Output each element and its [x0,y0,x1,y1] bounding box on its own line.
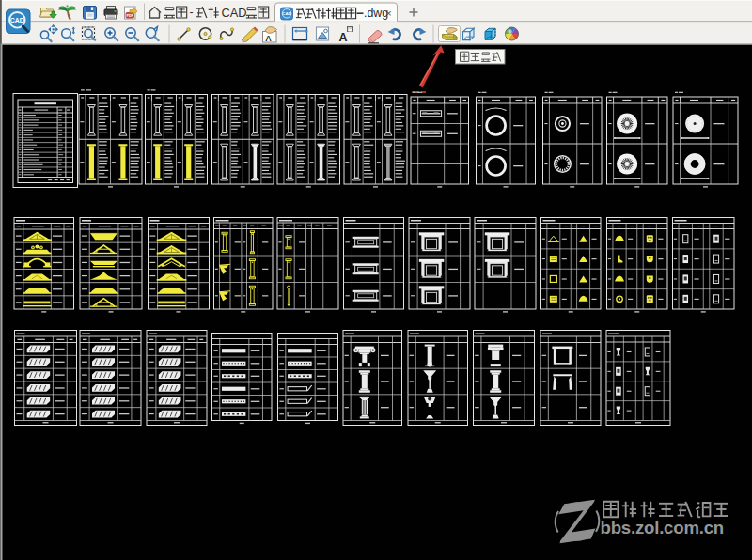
svg-text:bbs.zol.com.cn: bbs.zol.com.cn [601,518,725,537]
svg-text:A: A [338,31,347,44]
svg-text:A: A [265,34,272,43]
svg-text:CAD: CAD [222,6,247,20]
svg-text:CAD: CAD [10,17,24,23]
svg-text:PDF: PDF [127,14,134,18]
svg-text:CAD: CAD [282,11,290,16]
svg-text:×: × [385,8,392,19]
svg-text:-: - [190,6,194,19]
